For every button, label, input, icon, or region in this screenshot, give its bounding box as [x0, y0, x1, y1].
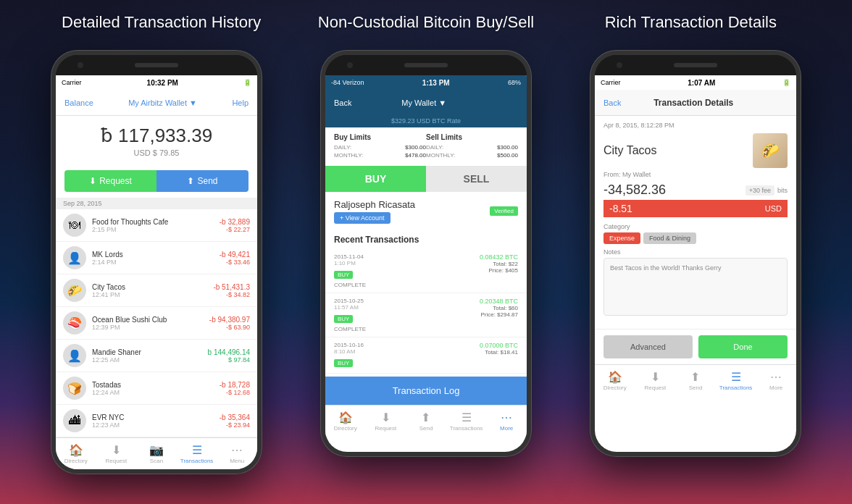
total-1: Total: $22 [480, 261, 518, 267]
transaction-item[interactable]: 🍣 Ocean Blue Sushi Club 12:39 PM -b 94,3… [56, 307, 257, 340]
transaction-item[interactable]: 🍞 Tostadas 12:24 AM -b 18,728 -$ 12.68 [56, 372, 257, 405]
usd-unit-label: USD [765, 204, 782, 213]
tx-left-2: 2015-10-25 11:57 AM BUY COMPLETE [334, 298, 366, 332]
phone-3-status-bar: Carrier 1:07 AM 🔋 [595, 75, 796, 90]
tx-btc-7: -b 35,364 [220, 413, 250, 421]
phone-1-top [56, 55, 257, 75]
merchant-name: City Tacos [604, 144, 657, 157]
phone-1-status-bar: Carrier 10:32 PM 🔋 [56, 75, 257, 90]
tx-info-4: Ocean Blue Sushi Club 12:39 PM [92, 316, 209, 331]
from-wallet: From: My Wallet [604, 171, 788, 178]
tx-icon-t3: ☰ [731, 370, 741, 384]
price-2: Price: $294.87 [480, 311, 518, 318]
phone-3-camera [617, 62, 622, 68]
user-info: Raljoseph Ricasata + View Account [334, 199, 415, 223]
tx-btc-4: -b 94,380.97 [209, 316, 250, 324]
merchant-row: City Tacos 🌮 [604, 133, 788, 168]
fee-unit: bits [777, 187, 788, 194]
category-tags: Expense Food & Dining [604, 232, 788, 244]
tab-request[interactable]: ⬇ Request [96, 443, 137, 464]
transaction-item[interactable]: 🌮 City Tacos 12:41 PM -b 51,431.3 -$ 34.… [56, 274, 257, 307]
tab-tx-3[interactable]: ☰ Transactions [716, 370, 756, 391]
phones-container: Carrier 10:32 PM 🔋 Balance My Airbitz Wa… [0, 43, 852, 504]
merchant-emoji: 🌮 [761, 142, 780, 159]
tx-amounts-7: -b 35,364 -$ 23.94 [220, 413, 250, 429]
complete-1: COMPLETE [334, 282, 366, 288]
tab-send-3[interactable]: ⬆ Send [675, 370, 716, 391]
tab-req-2[interactable]: ⬇ Request [366, 411, 406, 432]
menu-label: Menu [230, 458, 244, 464]
help-button[interactable]: Help [232, 98, 248, 107]
phone-3-frame: Carrier 1:07 AM 🔋 Back Transaction Detai… [590, 51, 801, 456]
wallet-button-2[interactable]: My Wallet ▼ [401, 98, 446, 107]
tx-item-3[interactable]: 2015-10-16 8:10 AM BUY 0.07000 BTC Total… [325, 337, 527, 374]
advanced-button[interactable]: Advanced [604, 335, 693, 358]
time-text: 10:32 PM [147, 79, 178, 87]
transaction-log-button[interactable]: Transaction Log [325, 377, 527, 405]
phone-2-frame: -84 Verizon 1:13 PM 68% Back My Wallet ▼… [321, 51, 531, 456]
transaction-item[interactable]: 👤 MK Lords 2:14 PM -b 49,421 -$ 33.46 [56, 242, 257, 274]
notes-box[interactable]: Best Tacos in the World! Thanks Gerry [604, 258, 788, 316]
tab-transactions[interactable]: ☰ Transactions [177, 443, 217, 464]
food-tag[interactable]: Food & Dining [643, 232, 696, 244]
btc-amount-2: 0.20348 BTC [480, 298, 518, 305]
tx-time-2: 2:14 PM [92, 259, 220, 266]
tx-time-1: 2:15 PM [92, 226, 220, 233]
more-label-2: More [500, 425, 513, 432]
done-button[interactable]: Done [698, 335, 788, 358]
dir-icon-2: 🏠 [338, 411, 353, 424]
tx-name-1: Food for Thoughts Cafe [92, 218, 220, 226]
title-2: Non-Custodial Bitcoin Buy/Sell [293, 13, 558, 32]
total-3: Total: $18.41 [480, 349, 518, 356]
dir-icon-3: 🏠 [608, 370, 622, 384]
phone-2-tabs: 🏠 Directory ⬇ Request ⬆ Send ☰ Transacti… [325, 405, 527, 437]
price-1: Price: $405 [480, 267, 518, 274]
scan-label: Scan [150, 458, 163, 464]
req-icon-2: ⬇ [381, 411, 390, 424]
tx-item-1[interactable]: 2015-11-04 1:10 PM BUY COMPLETE 0.08432 … [325, 249, 527, 293]
tab-directory[interactable]: 🏠 Directory [56, 443, 96, 464]
tab-dir-3[interactable]: 🏠 Directory [595, 370, 635, 391]
more-icon-3: ⋯ [770, 370, 782, 384]
sell-monthly-row: MONTHLY: $500.00 [426, 152, 518, 159]
tab-menu[interactable]: ⋯ Menu [217, 443, 257, 464]
transactions-label: Transactions [180, 458, 214, 464]
buy-tab[interactable]: BUY [325, 166, 426, 192]
btc-balance: ƀ 117,933.39 [56, 125, 257, 147]
sell-tab[interactable]: SELL [426, 166, 527, 192]
tab-send-2[interactable]: ⬆ Send [406, 411, 446, 432]
tx-left-3: 2015-10-16 8:10 AM BUY [334, 342, 364, 369]
carrier-text-3: Carrier [601, 79, 621, 86]
send-button[interactable]: ⬆ Send [156, 170, 248, 192]
tx-info-7: EVR NYC 12:23 AM [92, 413, 220, 429]
phone-3-top [595, 55, 796, 75]
view-account-button[interactable]: + View Account [334, 212, 390, 224]
send-label-3: Send [689, 385, 703, 391]
tab-scan[interactable]: 📷 Scan [136, 443, 177, 464]
back-button-3[interactable]: Back [604, 98, 621, 107]
btc-amount-1: 0.08432 BTC [480, 253, 518, 261]
expense-tag[interactable]: Expense [604, 232, 640, 244]
tx-item-2[interactable]: 2015-10-25 11:57 AM BUY COMPLETE 0.20348… [325, 293, 527, 337]
tx-icon-6: 🍞 [63, 377, 86, 400]
phone-3-speaker [674, 63, 717, 67]
tab-more-3[interactable]: ⋯ More [756, 370, 796, 391]
tx-icon-7: 🏙 [63, 409, 86, 432]
carrier-text-2: -84 Verizon [331, 79, 364, 86]
transaction-item[interactable]: 🍽 Food for Thoughts Cafe 2:15 PM -b 32,8… [56, 209, 257, 242]
tab-tx-2[interactable]: ☰ Transactions [446, 411, 487, 432]
tx-btc-1: -b 32,889 [220, 218, 250, 226]
balance-button[interactable]: Balance [64, 98, 93, 107]
tab-more-2[interactable]: ⋯ More [486, 411, 527, 432]
transaction-item[interactable]: 🏙 EVR NYC 12:23 AM -b 35,364 -$ 23.94 [56, 405, 257, 437]
back-button[interactable]: Back [334, 98, 351, 107]
btc-rate-bar: $329.23 USD BTC Rate [325, 116, 527, 127]
notes-label: Notes [604, 248, 788, 256]
tab-req-3[interactable]: ⬇ Request [635, 370, 676, 391]
wallet-button[interactable]: My Airbitz Wallet ▼ [128, 98, 197, 107]
tab-dir-2[interactable]: 🏠 Directory [325, 411, 366, 432]
sell-monthly-label: MONTHLY: [426, 152, 455, 159]
transaction-item[interactable]: 👤 Mandie Shaner 12:25 AM b 144,496.14 $ … [56, 340, 257, 372]
btc-neg-amount: -34,582.36 [604, 182, 666, 198]
request-button[interactable]: ⬇ Request [64, 170, 156, 192]
